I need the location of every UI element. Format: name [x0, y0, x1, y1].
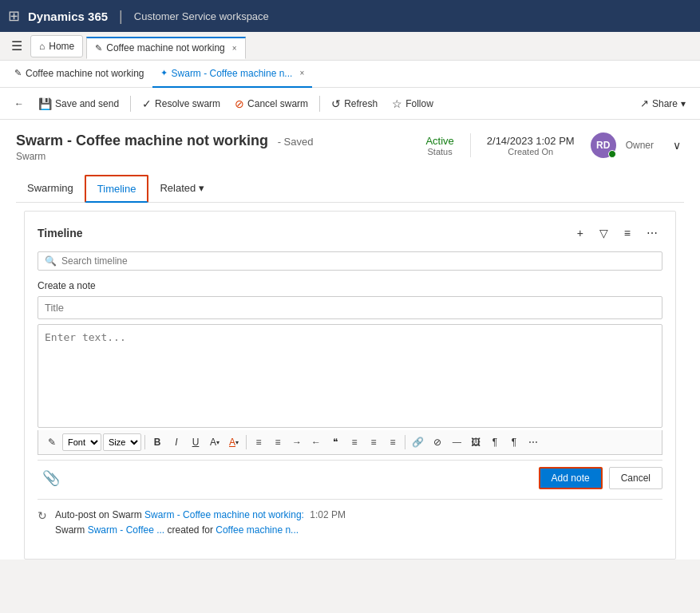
rte-more-button[interactable]: ⋯: [524, 433, 542, 451]
record-metadata: Active Status 2/14/2023 1:02 PM Created …: [425, 132, 684, 158]
highlight-button[interactable]: A▾: [206, 433, 223, 451]
secondary-tab-bar: ✎ Coffee machine not working ✦ Swarm - C…: [0, 61, 700, 88]
font-selector[interactable]: Font: [62, 433, 101, 451]
italic-button[interactable]: I: [168, 433, 185, 451]
hamburger-menu-button[interactable]: ☰: [6, 35, 27, 57]
note-title-input[interactable]: [38, 296, 662, 319]
auto-post-prefix: Auto-post on Swarm: [55, 509, 142, 520]
follow-button[interactable]: ☆ Follow: [386, 92, 440, 116]
bold-button[interactable]: B: [148, 433, 166, 451]
auto-post-time: 1:02 PM: [310, 509, 346, 520]
sort-timeline-button[interactable]: ≡: [619, 224, 635, 242]
home-tab-label: Home: [49, 41, 74, 52]
unlink-button[interactable]: ⊘: [429, 433, 446, 451]
resolve-swarm-label: Resolve swarm: [155, 98, 220, 109]
auto-post-text: Auto-post on Swarm Swarm - Coffee machin…: [55, 508, 346, 538]
align-center-button[interactable]: ≡: [269, 433, 287, 451]
main-content-area: Swarm - Coffee machine not working - Sav…: [0, 120, 700, 560]
align-l2-button[interactable]: ≡: [365, 433, 382, 451]
back-button[interactable]: ←: [8, 92, 30, 116]
quote-button[interactable]: ❝: [326, 433, 344, 451]
owner-label: Owner: [626, 140, 654, 151]
note-text-area[interactable]: [38, 324, 662, 428]
add-timeline-button[interactable]: +: [572, 224, 588, 242]
align-justify-button[interactable]: ≡: [346, 433, 363, 451]
primary-tab-bar: ☰ ⌂ Home ✎ Coffee machine not working ×: [0, 32, 700, 61]
cancel-swarm-icon: ⊘: [235, 97, 244, 110]
status-value: Active: [425, 135, 453, 147]
coffee-machine-tab-label: Coffee machine not working: [106, 42, 225, 53]
paragraph-ltr-button[interactable]: ¶: [486, 433, 504, 451]
timeline-section: Timeline + ▽ ≡ ⋯ 🔍 Create a note ✎ Font …: [24, 211, 676, 560]
align-left-button[interactable]: ≡: [250, 433, 267, 451]
resolve-swarm-button[interactable]: ✓ Resolve swarm: [136, 92, 227, 116]
related-chevron-icon: ▾: [199, 182, 204, 194]
save-send-button[interactable]: 💾 Save and send: [32, 92, 125, 116]
paragraph-rtl-button[interactable]: ¶: [505, 433, 523, 451]
home-tab[interactable]: ⌂ Home: [30, 35, 83, 57]
separator-button[interactable]: ⸻: [448, 433, 465, 451]
coffee-machine-subtab[interactable]: ✎ Coffee machine not working: [6, 61, 152, 88]
tab-pencil-icon: ✎: [95, 43, 102, 53]
swarming-tab[interactable]: Swarming: [16, 176, 85, 202]
timeline-search-bar: 🔍: [38, 251, 662, 271]
rte-pen-icon[interactable]: ✎: [43, 433, 61, 451]
align-r2-button[interactable]: ≡: [384, 433, 401, 451]
case-link[interactable]: Coffee machine n...: [216, 524, 299, 536]
note-footer: 📎 Add note Cancel: [38, 460, 662, 496]
coffee-machine-tab-active[interactable]: ✎ Coffee machine not working ×: [86, 37, 245, 59]
action-toolbar: ← 💾 Save and send ✓ Resolve swarm ⊘ Canc…: [0, 88, 700, 120]
indent-right-button[interactable]: →: [288, 433, 306, 451]
record-title: Swarm - Coffee machine not working: [16, 132, 268, 148]
follow-label: Follow: [405, 98, 433, 109]
underline-button[interactable]: U: [187, 433, 204, 451]
refresh-button[interactable]: ↺ Refresh: [325, 92, 384, 116]
top-navigation: ⊞ Dynamics 365 | Customer Service worksp…: [0, 0, 700, 32]
add-note-button[interactable]: Add note: [539, 467, 603, 489]
swarm-subtab[interactable]: ✦ Swarm - Coffee machine n... ×: [152, 61, 313, 88]
share-label: Share: [652, 98, 678, 109]
share-chevron-icon: ▾: [681, 98, 686, 109]
swarm-icon: ✦: [160, 68, 168, 78]
expand-collapse-button[interactable]: ∨: [670, 136, 684, 155]
cancel-swarm-button[interactable]: ⊘ Cancel swarm: [228, 92, 314, 116]
timeline-tab[interactable]: Timeline: [85, 175, 149, 203]
cancel-note-button[interactable]: Cancel: [609, 467, 662, 489]
rich-text-toolbar: ✎ Font Size B I U A▾ A▾ ≡ ≡ → ← ❝ ≡ ≡: [38, 430, 662, 455]
subtab-coffee-label: Coffee machine not working: [26, 68, 144, 79]
indent-left-button[interactable]: ←: [307, 433, 325, 451]
status-label: Status: [428, 147, 453, 156]
swarm-tab-close-icon[interactable]: ×: [299, 69, 304, 77]
sub-tab-bar: Swarming Timeline Related ▾: [16, 175, 684, 203]
filter-timeline-button[interactable]: ▽: [595, 224, 613, 242]
swarm-link-1[interactable]: Swarm - Coffee machine not working:: [144, 509, 304, 520]
avatar-initials: RD: [596, 140, 610, 151]
tab-close-icon[interactable]: ×: [232, 44, 237, 53]
timeline-search-input[interactable]: [61, 255, 655, 267]
auto-post-entry: ↻ Auto-post on Swarm Swarm - Coffee mach…: [38, 499, 662, 546]
share-button[interactable]: ↗ Share ▾: [634, 92, 692, 116]
auto-post-line2-prefix: Swarm: [55, 524, 85, 536]
more-timeline-button[interactable]: ⋯: [642, 224, 662, 242]
record-saved-badge: - Saved: [278, 136, 314, 148]
home-icon: ⌂: [39, 41, 45, 52]
auto-post-middle: created for: [168, 524, 213, 536]
workspace-label: Customer Service workspace: [134, 10, 269, 22]
note-action-buttons: Add note Cancel: [539, 467, 662, 489]
save-send-label: Save and send: [55, 98, 119, 109]
record-header: Swarm - Coffee machine not working - Sav…: [16, 132, 684, 168]
link-button[interactable]: 🔗: [409, 433, 427, 451]
related-tab[interactable]: Related ▾: [148, 176, 216, 202]
grid-icon[interactable]: ⊞: [8, 7, 20, 25]
cancel-swarm-label: Cancel swarm: [247, 98, 308, 109]
swarm-link-2-text[interactable]: Swarm - Coffee ...: [88, 524, 164, 536]
refresh-icon: ↺: [331, 97, 341, 110]
attach-file-button[interactable]: 📎: [38, 468, 65, 488]
font-color-button[interactable]: A▾: [225, 433, 243, 451]
resolve-icon: ✓: [142, 97, 152, 110]
size-selector[interactable]: Size: [103, 433, 141, 451]
back-icon: ←: [14, 98, 24, 109]
refresh-label: Refresh: [344, 98, 378, 109]
image-button[interactable]: 🖼: [467, 433, 484, 451]
online-indicator: [608, 150, 616, 158]
